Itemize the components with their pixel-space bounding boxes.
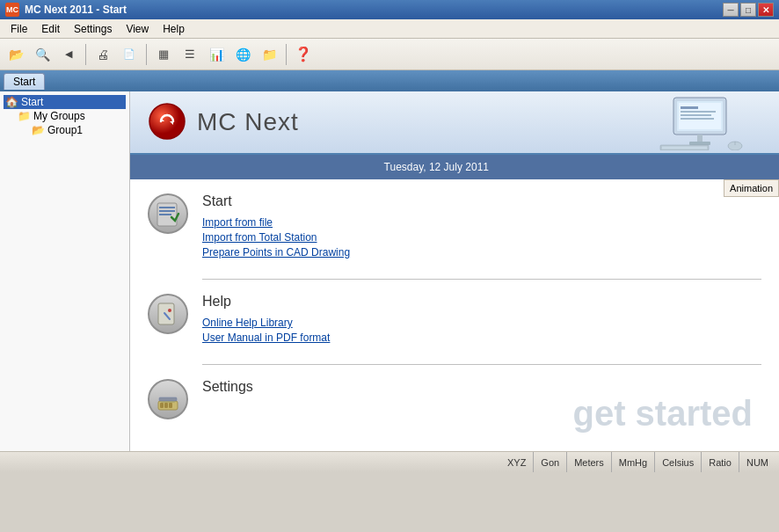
svg-rect-13 — [662, 147, 707, 149]
tab-bar: Start — [0, 70, 779, 91]
svg-point-22 — [168, 309, 171, 312]
content-area: 🏠 Start 📁 My Groups 📂 Group1 — [0, 91, 779, 451]
tree-item-start[interactable]: 🏠 Start — [4, 95, 126, 109]
tree-item-mygroups[interactable]: 📁 My Groups — [4, 109, 126, 123]
tree-label-start: Start — [21, 96, 43, 108]
svg-rect-9 — [681, 118, 714, 120]
menu-file[interactable]: File — [4, 21, 34, 37]
left-panel: 🏠 Start 📁 My Groups 📂 Group1 — [0, 91, 130, 451]
svg-point-0 — [149, 104, 185, 139]
tree-label-mygroups: My Groups — [33, 110, 85, 122]
svg-rect-25 — [164, 403, 168, 408]
menu-view[interactable]: View — [119, 21, 156, 37]
status-gon: Gon — [534, 452, 567, 472]
prepare-points-link[interactable]: Prepare Points in CAD Drawing — [202, 246, 761, 259]
import-total-station-link[interactable]: Import from Total Station — [202, 231, 761, 244]
animation-button[interactable]: Animation — [724, 179, 779, 197]
svg-rect-19 — [159, 214, 171, 215]
app-icon: MC — [5, 3, 19, 17]
settings-section-title: Settings — [202, 379, 761, 395]
open-folder-btn[interactable]: 📂 — [4, 42, 28, 67]
help-section-title: Help — [202, 294, 761, 310]
start-section-content: Start Import from file Import from Total… — [202, 193, 761, 261]
maximize-button[interactable]: □ — [740, 3, 756, 17]
svg-rect-28 — [159, 397, 177, 401]
user-manual-link[interactable]: User Manual in PDF format — [202, 332, 761, 344]
toolbar: 📂 🔍 ◀ 🖨 📄 ▦ ☰ 📊 🌐 📁 ❓ — [0, 39, 779, 70]
menu-settings[interactable]: Settings — [67, 21, 119, 37]
start-icon: 🏠 — [5, 96, 18, 108]
start-section: Start Import from file Import from Total… — [148, 193, 761, 261]
svg-rect-10 — [697, 135, 703, 142]
tree-label-group1: Group1 — [47, 124, 83, 136]
settings-section-content: Settings — [202, 379, 761, 402]
tab-start[interactable]: Start — [4, 73, 45, 90]
status-ratio: Ratio — [702, 452, 739, 472]
help-btn[interactable]: ❓ — [291, 42, 316, 67]
status-mmhg: MmHg — [612, 452, 655, 472]
help-section-content: Help Online Help Library User Manual in … — [202, 294, 761, 346]
menu-help[interactable]: Help — [156, 21, 192, 37]
window-title: MC Next 2011 - Start — [25, 4, 127, 16]
group1-icon: 📂 — [32, 124, 45, 136]
mc-logo-icon — [148, 102, 186, 141]
date-display: Tuesday, 12 July 2011 — [384, 161, 638, 173]
search-btn[interactable]: 🔍 — [30, 42, 55, 67]
svg-rect-6 — [681, 106, 698, 109]
svg-rect-17 — [159, 207, 175, 208]
main-content: Animation Start Import from file Import … — [130, 179, 779, 451]
mygroups-icon: 📁 — [18, 110, 31, 122]
globe-btn[interactable]: 🌐 — [230, 42, 255, 67]
minimize-button[interactable]: ─ — [723, 3, 739, 17]
right-panel: MC Next — [130, 91, 779, 451]
status-meters: Meters — [567, 452, 612, 472]
menu-bar: File Edit Settings View Help — [0, 19, 779, 39]
help-section: Help Online Help Library User Manual in … — [148, 294, 761, 346]
toolbar-sep-2 — [146, 44, 147, 65]
svg-rect-8 — [681, 114, 711, 116]
status-bar: XYZ Gon Meters MmHg Celsius Ratio NUM — [0, 451, 779, 472]
folder-btn[interactable]: 📁 — [257, 42, 281, 67]
tree-item-group1[interactable]: 📂 Group1 — [4, 123, 126, 137]
start-section-title: Start — [202, 193, 761, 209]
svg-rect-26 — [169, 403, 172, 408]
start-section-icon — [148, 193, 188, 234]
settings-section: Settings — [148, 379, 761, 419]
date-bar: Tuesday, 12 July 2011 — [130, 155, 779, 179]
svg-rect-7 — [681, 111, 716, 113]
svg-rect-18 — [159, 210, 175, 212]
divider-1 — [202, 279, 761, 280]
menu-edit[interactable]: Edit — [34, 21, 67, 37]
back-btn[interactable]: ◀ — [56, 42, 81, 67]
computer-illustration — [656, 96, 761, 150]
divider-2 — [202, 364, 761, 365]
title-bar: MC MC Next 2011 - Start ─ □ ✕ — [0, 0, 779, 19]
online-help-link[interactable]: Online Help Library — [202, 317, 761, 329]
settings-section-icon — [148, 379, 188, 419]
grid-btn[interactable]: ▦ — [151, 42, 176, 67]
print-btn[interactable]: 🖨 — [91, 42, 115, 67]
close-button[interactable]: ✕ — [758, 3, 774, 17]
mc-header: MC Next — [130, 91, 779, 155]
chart-btn[interactable]: 📊 — [204, 42, 229, 67]
svg-rect-11 — [689, 142, 710, 145]
help-section-icon — [148, 294, 188, 334]
toolbar-sep-1 — [85, 44, 86, 65]
list-btn[interactable]: ☰ — [178, 42, 202, 67]
print2-btn[interactable]: 📄 — [117, 42, 142, 67]
mc-next-title: MC Next — [197, 108, 299, 136]
svg-rect-24 — [160, 403, 164, 408]
toolbar-sep-3 — [286, 44, 287, 65]
status-num: NUM — [739, 452, 775, 472]
status-xyz: XYZ — [500, 452, 534, 472]
status-celsius: Celsius — [655, 452, 702, 472]
import-file-link[interactable]: Import from file — [202, 216, 761, 229]
